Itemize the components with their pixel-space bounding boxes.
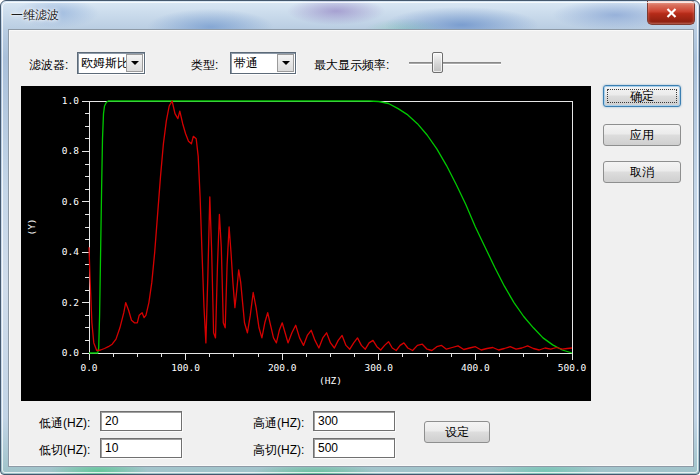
filter-dropdown-value: 欧姆斯比 <box>78 55 126 72</box>
svg-text:0.2: 0.2 <box>62 297 79 308</box>
chevron-down-icon[interactable] <box>126 54 143 72</box>
high-pass-label: 高通(HZ): <box>253 415 304 432</box>
slider-track[interactable] <box>409 62 501 65</box>
svg-text:0.0: 0.0 <box>80 362 97 373</box>
close-icon <box>666 8 677 18</box>
svg-text:0.0: 0.0 <box>62 347 79 358</box>
low-cut-input[interactable] <box>100 438 182 458</box>
close-button[interactable] <box>647 1 695 25</box>
svg-text:0.4: 0.4 <box>62 246 79 257</box>
svg-text:200.0: 200.0 <box>268 362 297 373</box>
svg-text:(Y): (Y) <box>26 218 37 235</box>
filter-label: 滤波器: <box>29 57 68 74</box>
low-pass-label: 低通(HZ): <box>39 415 90 432</box>
high-cut-label: 高切(HZ): <box>253 442 304 459</box>
spectrum-plot: 0.0100.0200.0300.0400.0500.00.00.20.40.6… <box>21 86 591 401</box>
low-cut-label: 低切(HZ): <box>39 442 90 459</box>
high-cut-input[interactable] <box>313 438 395 458</box>
window-title: 一维滤波 <box>11 7 59 24</box>
svg-text:0.6: 0.6 <box>62 196 79 207</box>
dialog-window: 一维滤波 滤波器: 欧姆斯比 类型: 带通 最大显示频率: 0.0100.020… <box>0 0 700 475</box>
cancel-button[interactable]: 取消 <box>603 161 681 183</box>
high-pass-input[interactable] <box>313 411 395 431</box>
svg-text:100.0: 100.0 <box>171 362 200 373</box>
max-frequency-label: 最大显示频率: <box>314 57 389 74</box>
svg-text:500.0: 500.0 <box>558 362 587 373</box>
svg-text:0.8: 0.8 <box>62 145 79 156</box>
low-pass-input[interactable] <box>100 411 182 431</box>
type-label: 类型: <box>191 57 218 74</box>
chevron-down-icon[interactable] <box>277 54 294 72</box>
max-frequency-slider[interactable] <box>409 52 501 74</box>
svg-text:400.0: 400.0 <box>461 362 490 373</box>
slider-thumb[interactable] <box>432 52 443 73</box>
spectrum-chart: 0.0100.0200.0300.0400.0500.00.00.20.40.6… <box>21 86 591 401</box>
ok-button[interactable]: 确定 <box>603 85 681 107</box>
set-button[interactable]: 设定 <box>424 421 490 443</box>
filter-dropdown[interactable]: 欧姆斯比 <box>77 52 145 74</box>
type-dropdown[interactable]: 带通 <box>230 52 296 74</box>
svg-text:(HZ): (HZ) <box>319 375 342 386</box>
type-dropdown-value: 带通 <box>231 55 277 72</box>
title-bar[interactable]: 一维滤波 <box>1 1 699 29</box>
svg-text:1.0: 1.0 <box>62 95 79 106</box>
apply-button[interactable]: 应用 <box>603 124 681 146</box>
svg-text:300.0: 300.0 <box>364 362 393 373</box>
